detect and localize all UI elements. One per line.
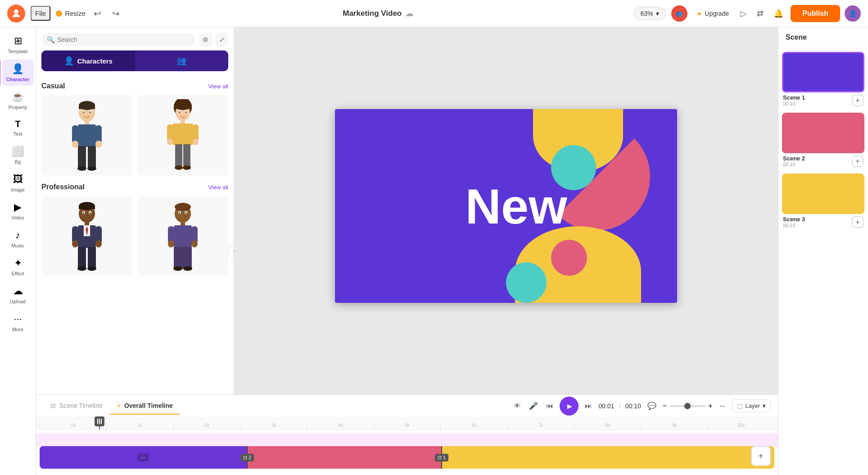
search-input[interactable] xyxy=(57,36,190,43)
scene-item-1[interactable]: Scene 1 00:10 + xyxy=(782,52,864,108)
sidebar-item-upload[interactable]: ☁ Upload xyxy=(2,282,34,308)
captions-button[interactable]: 💬 xyxy=(646,400,658,412)
playhead[interactable] xyxy=(99,417,100,429)
fit-button[interactable]: ↔ xyxy=(717,400,728,412)
layer-button[interactable]: ⬚ Layer ▾ xyxy=(732,399,771,412)
sidebar-item-bg[interactable]: ⬜ Bg xyxy=(2,142,34,168)
character-tabs: 👤 Characters 👥 xyxy=(41,50,228,71)
icon-sidebar: ⊞ Template 👤 Character ☕ Property T Text… xyxy=(0,27,36,475)
casual-male-svg xyxy=(67,99,107,171)
skip-back-button[interactable]: ⏮ xyxy=(544,400,555,412)
svg-rect-21 xyxy=(181,120,185,123)
character-prof-female[interactable] xyxy=(138,196,229,277)
cloud-sync-icon: ☁ xyxy=(405,9,413,18)
svg-rect-4 xyxy=(85,121,89,124)
sidebar-item-more[interactable]: ··· More xyxy=(2,310,34,336)
tab-add-character[interactable]: 👥 xyxy=(135,50,229,71)
resize-button[interactable]: Resize xyxy=(56,9,86,17)
svg-rect-69 xyxy=(97,419,98,424)
svg-point-30 xyxy=(183,165,191,170)
slider-thumb[interactable] xyxy=(684,403,691,409)
sidebar-item-effect[interactable]: ✦ Effect xyxy=(2,254,34,280)
skip-forward-button[interactable]: ⏭ xyxy=(583,400,594,412)
character-icon: 👤 xyxy=(12,63,24,75)
svg-rect-22 xyxy=(172,123,193,145)
svg-point-0 xyxy=(14,9,18,14)
svg-point-64 xyxy=(183,266,192,271)
timeline-tracks: ··· ⊡ 2 ⊡ 1 + xyxy=(36,430,778,475)
svg-point-45 xyxy=(95,240,102,247)
main-canvas[interactable]: New xyxy=(335,109,677,303)
scene-item-3[interactable]: Scene 3 00:10 + xyxy=(782,174,864,230)
casual-characters-grid xyxy=(41,95,228,176)
search-field[interactable]: 🔍 xyxy=(41,33,195,46)
active-accent xyxy=(0,59,0,86)
prof-male-svg xyxy=(67,200,107,272)
upgrade-button[interactable]: ★ Upgrade xyxy=(692,7,734,20)
filter-button[interactable]: ⚙ xyxy=(199,32,212,47)
svg-rect-3 xyxy=(79,105,95,109)
scene1-label-row: Scene 1 00:10 + xyxy=(782,92,864,108)
app-logo[interactable] xyxy=(7,5,25,23)
sidebar-item-character[interactable]: 👤 Character xyxy=(2,59,34,86)
preview-play-icon[interactable]: ▷ xyxy=(738,6,750,21)
overall-timeline-tab[interactable]: ≡ Overall Timeline xyxy=(110,397,180,415)
prof-female-svg xyxy=(163,200,203,272)
playhead-handle[interactable] xyxy=(95,416,104,426)
scene3-thumbnail xyxy=(782,174,864,214)
scene2-add-button[interactable]: + xyxy=(852,155,863,167)
play-button[interactable] xyxy=(560,397,579,416)
svg-point-60 xyxy=(168,240,174,247)
zoom-slider[interactable]: − + xyxy=(663,402,713,410)
scene-block-2[interactable] xyxy=(248,446,441,469)
user-avatar[interactable]: 👤 xyxy=(845,5,861,22)
eye-toggle-button[interactable]: 👁 xyxy=(512,400,523,412)
sidebar-item-video[interactable]: ▶ Video xyxy=(2,198,34,224)
svg-rect-71 xyxy=(101,419,102,424)
text-icon: T xyxy=(15,119,20,129)
sidebar-item-text[interactable]: T Text xyxy=(2,115,34,140)
add-track-button[interactable]: + xyxy=(751,446,771,466)
character-casual-male[interactable] xyxy=(41,95,132,176)
canvas-main-text: New xyxy=(466,178,567,235)
scene-timeline-icon: ⊟ xyxy=(50,402,56,409)
shape-teal-bottom xyxy=(506,262,547,303)
expand-button[interactable]: ⤢ xyxy=(216,32,228,47)
scene-timeline-tab[interactable]: ⊟ Scene Timeline xyxy=(43,397,110,415)
scene-block-3[interactable] xyxy=(442,446,774,469)
project-title: Marketing Video ☁ xyxy=(128,9,628,18)
collab-avatar[interactable]: 👥 xyxy=(671,5,687,22)
sidebar-item-music[interactable]: ♪ Music xyxy=(2,226,34,252)
sidebar-item-image[interactable]: 🖼 Image xyxy=(2,170,34,196)
total-time: 00:10 xyxy=(625,402,641,410)
tab-characters[interactable]: 👤 Characters xyxy=(41,50,135,71)
ruler-mark-3s: 3s xyxy=(240,423,307,429)
scene1-add-button[interactable]: + xyxy=(852,95,863,106)
svg-rect-37 xyxy=(79,206,95,209)
svg-point-44 xyxy=(72,240,78,247)
scene2-thumbnail xyxy=(782,113,864,153)
redo-button[interactable]: ↪ xyxy=(109,5,122,22)
file-menu[interactable]: File xyxy=(31,6,50,21)
share-icon[interactable]: ⇄ xyxy=(754,6,766,21)
playhead-icon xyxy=(96,418,103,425)
mic-button[interactable]: 🎤 xyxy=(527,400,540,412)
overall-timeline-icon: ≡ xyxy=(117,402,121,409)
character-prof-male[interactable] xyxy=(41,196,132,277)
sidebar-item-property[interactable]: ☕ Property xyxy=(2,87,34,114)
scene-item-2[interactable]: Scene 2 00:10 + xyxy=(782,113,864,169)
zoom-control[interactable]: 63% ▾ xyxy=(633,7,665,20)
undo-button[interactable]: ↩ xyxy=(91,5,104,22)
svg-point-17 xyxy=(89,111,90,113)
ruler-mark-7s: 7s xyxy=(507,423,574,429)
publish-button[interactable]: Publish xyxy=(791,5,840,22)
svg-point-26 xyxy=(193,139,199,145)
scene3-add-button[interactable]: + xyxy=(852,216,863,228)
professional-characters-grid xyxy=(41,196,228,277)
sidebar-item-template[interactable]: ⊞ Template xyxy=(2,32,34,58)
notifications-icon[interactable]: 🔔 xyxy=(771,6,786,21)
scene-panel: Scene Scene 1 00:10 + Sce xyxy=(778,27,868,475)
character-casual-female[interactable] xyxy=(138,95,229,176)
scene-block-1[interactable]: ··· xyxy=(40,446,247,469)
svg-point-55 xyxy=(175,203,191,211)
